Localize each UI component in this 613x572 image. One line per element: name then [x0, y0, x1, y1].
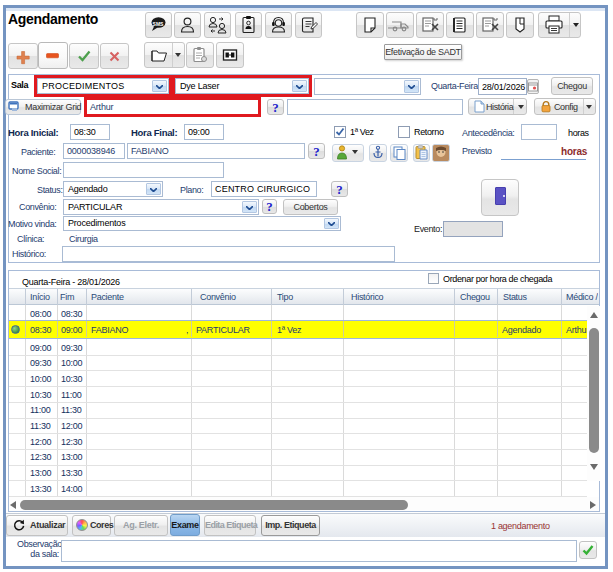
svg-text:SMS: SMS — [153, 21, 165, 27]
